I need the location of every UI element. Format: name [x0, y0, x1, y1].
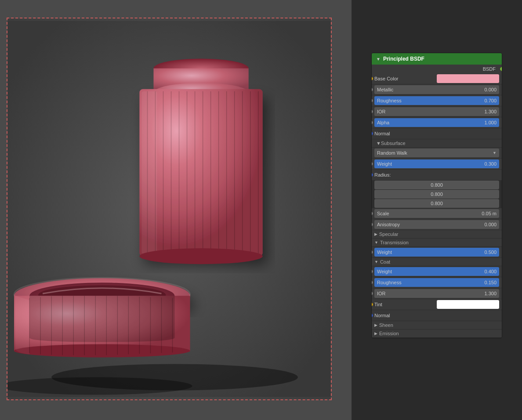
- roughness-value: 0.700: [484, 98, 497, 103]
- base-color-field[interactable]: [437, 74, 499, 83]
- coat-ior-field[interactable]: IOR 1.300: [374, 289, 499, 298]
- coat-ior-value: 1.300: [484, 291, 497, 296]
- anisotropy-row[interactable]: Anisotropy 0.000: [372, 219, 502, 230]
- ior-socket[interactable]: [371, 110, 373, 113]
- coat-normal-row[interactable]: Normal: [372, 310, 502, 321]
- trans-weight-label: Weight: [377, 250, 484, 255]
- roughness-row[interactable]: Roughness 0.700: [372, 95, 502, 106]
- anisotropy-label: Anisotropy: [377, 222, 484, 227]
- coat-normal-socket[interactable]: [371, 314, 373, 317]
- viewport[interactable]: [0, 0, 352, 420]
- sub-weight-socket[interactable]: [371, 162, 373, 166]
- radius-socket[interactable]: [371, 173, 373, 177]
- coat-roughness-field[interactable]: Roughness 0.150: [374, 278, 499, 287]
- base-color-label: Base Color: [374, 76, 437, 81]
- sub-weight-label: Weight: [377, 161, 484, 167]
- normal-socket[interactable]: [371, 132, 373, 135]
- coat-label: Coat: [380, 259, 390, 264]
- bsdf-socket[interactable]: [500, 67, 502, 71]
- bsdf-output-row: BSDF: [372, 65, 502, 73]
- anisotropy-socket[interactable]: [371, 223, 373, 226]
- anisotropy-value: 0.000: [484, 222, 497, 227]
- transmission-label: Transmission: [380, 240, 409, 245]
- coat-weight-label: Weight: [377, 269, 484, 274]
- subsurface-arrow: ▼: [376, 141, 381, 146]
- alpha-field[interactable]: Alpha 1.000: [374, 118, 499, 127]
- normal-label: Normal: [374, 131, 499, 136]
- coat-weight-value: 0.400: [484, 269, 497, 274]
- coat-roughness-label: Roughness: [377, 280, 484, 285]
- subsurface-method-row[interactable]: Random Walk ▼: [372, 148, 502, 158]
- tint-row[interactable]: Tint: [372, 299, 502, 310]
- trans-weight-field[interactable]: Weight 0.500: [374, 248, 499, 257]
- radius-z-value: 0.800: [431, 201, 443, 206]
- alpha-value: 1.000: [484, 120, 497, 125]
- radius-y-value: 0.800: [431, 192, 443, 197]
- ior-field[interactable]: IOR 1.300: [374, 107, 499, 116]
- normal-row[interactable]: Normal: [372, 128, 502, 139]
- specular-arrow: ▶: [374, 232, 377, 236]
- svg-point-2: [7, 377, 192, 395]
- coat-roughness-socket[interactable]: [371, 281, 373, 284]
- collapse-arrow[interactable]: ▼: [376, 57, 381, 62]
- specular-label: Specular: [379, 232, 398, 237]
- sub-weight-field[interactable]: Weight 0.300: [374, 159, 499, 168]
- scale-socket[interactable]: [371, 212, 373, 215]
- metallic-value: 0.000: [484, 87, 497, 92]
- alpha-socket[interactable]: [371, 121, 373, 124]
- base-color-socket[interactable]: [371, 77, 373, 80]
- radius-x-value: 0.800: [431, 182, 443, 188]
- coat-roughness-value: 0.150: [484, 280, 497, 285]
- coat-header[interactable]: ▼ Coat: [372, 258, 502, 266]
- ior-value: 1.300: [484, 109, 497, 114]
- roughness-field[interactable]: Roughness 0.700: [374, 96, 499, 105]
- coat-arrow: ▼: [374, 260, 378, 264]
- trans-weight-socket[interactable]: [371, 250, 373, 254]
- sheen-header[interactable]: ▶ Sheen: [372, 321, 502, 329]
- bsdf-label: BSDF: [483, 66, 496, 72]
- radius-z-row[interactable]: 0.800: [374, 199, 499, 208]
- radius-x-row[interactable]: 0.800: [374, 181, 499, 189]
- anisotropy-field[interactable]: Anisotropy 0.000: [374, 220, 499, 229]
- render-area: [7, 18, 331, 399]
- metallic-row[interactable]: Metallic 0.000: [372, 84, 502, 95]
- tint-color-field[interactable]: [437, 300, 499, 309]
- svg-rect-6: [139, 89, 262, 257]
- sheen-label: Sheen: [379, 322, 393, 328]
- scale-value: 0.05 m: [482, 211, 497, 216]
- coat-weight-field[interactable]: Weight 0.400: [374, 267, 499, 276]
- node-header[interactable]: ▼ Principled BSDF: [372, 53, 502, 65]
- specular-header[interactable]: ▶ Specular: [372, 230, 502, 238]
- node-title: Principled BSDF: [383, 56, 424, 62]
- coat-weight-row[interactable]: Weight 0.400: [372, 266, 502, 277]
- svg-rect-22: [141, 91, 157, 254]
- coat-roughness-row[interactable]: Roughness 0.150: [372, 277, 502, 288]
- emission-header[interactable]: ▶ Emission: [372, 329, 502, 337]
- emission-label: Emission: [379, 331, 399, 336]
- radius-y-row[interactable]: 0.800: [374, 190, 499, 199]
- coat-ior-socket[interactable]: [371, 292, 373, 295]
- alpha-row[interactable]: Alpha 1.000: [372, 117, 502, 128]
- metallic-label: Metallic: [377, 87, 484, 92]
- base-color-row[interactable]: Base Color: [372, 73, 502, 84]
- transmission-header[interactable]: ▼ Transmission: [372, 239, 502, 246]
- node-panel: ▼ Principled BSDF BSDF Base Color Metall…: [371, 53, 502, 338]
- transmission-weight-row[interactable]: Weight 0.500: [372, 247, 502, 257]
- subsurface-header[interactable]: ▼ Subsurface: [372, 139, 502, 147]
- svg-point-23: [139, 248, 262, 264]
- ior-label: IOR: [377, 109, 484, 114]
- subsurface-method-label: Random Walk: [377, 150, 407, 156]
- metallic-socket[interactable]: [371, 88, 373, 91]
- tint-socket[interactable]: [371, 303, 373, 306]
- scale-row[interactable]: Scale 0.05 m: [372, 208, 502, 219]
- subsurface-method-dropdown[interactable]: Random Walk ▼: [374, 148, 499, 157]
- scale-label: Scale: [377, 211, 482, 216]
- scale-field[interactable]: Scale 0.05 m: [374, 209, 499, 218]
- subsurface-label: Subsurface: [381, 141, 406, 146]
- ior-row[interactable]: IOR 1.300: [372, 106, 502, 117]
- coat-weight-socket[interactable]: [371, 270, 373, 273]
- coat-ior-row[interactable]: IOR 1.300: [372, 288, 502, 299]
- metallic-field[interactable]: Metallic 0.000: [374, 85, 499, 94]
- roughness-socket[interactable]: [371, 99, 373, 102]
- subsurface-weight-row[interactable]: Weight 0.300: [372, 159, 502, 169]
